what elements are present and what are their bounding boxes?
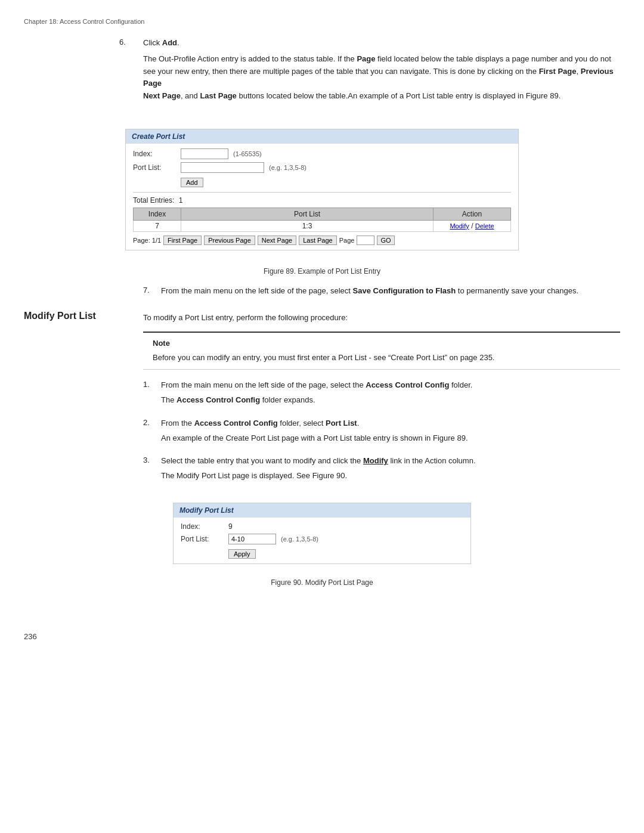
- add-button[interactable]: Add: [181, 178, 203, 187]
- modify-step-1: 1. From the main menu on the left side o…: [143, 379, 620, 409]
- col-portlist: Port List: [181, 208, 434, 220]
- fig89-caption: Figure 89. Example of Port List Entry: [24, 267, 620, 275]
- step-6-page-bold: Page: [357, 54, 375, 63]
- create-port-list-figure: Create Port List Index: (1-65535) Port L…: [125, 129, 519, 250]
- ms3-line2: The Modify Port List page is displayed. …: [161, 471, 347, 480]
- modify-step-2: 2. From the Access Control Config folder…: [143, 417, 620, 447]
- ms2-mid: folder, select: [278, 419, 326, 428]
- ms1-post: folder expands.: [260, 395, 315, 404]
- mod-step-1-content: From the main menu on the left side of t…: [161, 379, 620, 409]
- delete-link[interactable]: Delete: [475, 222, 494, 230]
- note-text: Before you can modify an entry, you must…: [153, 352, 611, 364]
- modify-port-list-title: Modify Port List: [174, 503, 470, 518]
- ms1-line2pre: The: [161, 395, 177, 404]
- step-6-content: Click Add. The Out-Profile Action entry …: [143, 37, 620, 106]
- ms2-end: .: [357, 419, 360, 428]
- step-6-add-bold: Add: [162, 38, 177, 47]
- ms3-pre: Select the table entry that you want to …: [161, 456, 363, 465]
- go-button[interactable]: GO: [377, 236, 394, 245]
- step-7-pre: From the main menu on the left side of t…: [161, 286, 353, 295]
- total-label: Total Entries:: [133, 196, 174, 205]
- step-7-content: From the main menu on the left side of t…: [161, 285, 620, 298]
- col-action: Action: [434, 208, 511, 220]
- step-7-num: 7.: [143, 285, 161, 295]
- prev-page-btn[interactable]: Previous Page: [204, 236, 255, 245]
- mod-step-2-content: From the Access Control Config folder, s…: [161, 417, 620, 447]
- ms3-mid: link in the Action column.: [388, 456, 476, 465]
- section-intro: To modify a Port List entry, perform the…: [143, 309, 620, 324]
- fig90-caption: Figure 90. Modify Port List Page: [24, 578, 620, 587]
- note-title: Note: [153, 337, 611, 350]
- total-value: 1: [179, 196, 183, 205]
- step-6-comma1: ,: [577, 67, 581, 76]
- row-portlist: 1:3: [181, 220, 434, 231]
- portlist-label: Port List:: [133, 163, 181, 172]
- step-6-period: .: [177, 38, 179, 47]
- ms2-bold1: Access Control Config: [194, 419, 278, 428]
- page-footer: 236: [0, 620, 644, 653]
- portlist-input[interactable]: [181, 162, 264, 173]
- modify-link[interactable]: Modify: [450, 222, 469, 230]
- step-6-block: 6. Click Add. The Out-Profile Action ent…: [24, 37, 620, 106]
- ms2-pre: From the: [161, 419, 194, 428]
- modify-steps: 1. From the main menu on the left side o…: [143, 379, 620, 485]
- step-7-bold: Save Configuration to Flash: [353, 286, 456, 295]
- action-sep: /: [469, 222, 475, 230]
- note-box: Note Before you can modify an entry, you…: [143, 332, 620, 370]
- step-6-lastpage: Last Page: [200, 91, 236, 100]
- row-action: Modify / Delete: [434, 220, 511, 231]
- apply-button[interactable]: Apply: [228, 549, 256, 559]
- page-input[interactable]: [357, 236, 374, 245]
- index-hint: (1-65535): [233, 150, 262, 157]
- port-list-table: Index Port List Action 7 1:3 Modify / De…: [133, 208, 511, 232]
- row-index: 7: [134, 220, 181, 231]
- mod-step-3-content: Select the table entry that you want to …: [161, 455, 620, 485]
- mod-portlist-hint: (e.g. 1,3,5-8): [281, 535, 318, 543]
- page-info: Page: 1/1: [133, 237, 161, 244]
- index-input[interactable]: [181, 148, 228, 159]
- ms3-bold1: Modify: [363, 456, 388, 465]
- portlist-hint: (e.g. 1,3,5-8): [269, 164, 306, 171]
- modify-step-3: 3. Select the table entry that you want …: [143, 455, 620, 485]
- ms2-bold2: Port List: [326, 419, 357, 428]
- pagination: Page: 1/1 First Page Previous Page Next …: [133, 236, 511, 245]
- modify-section: Modify Port List To modify a Port List e…: [24, 309, 620, 324]
- ms1-bold2: Access Control Config: [177, 395, 260, 404]
- create-port-list-title: Create Port List: [126, 129, 518, 144]
- chapter-title: Chapter 18: Access Control Configuration: [24, 18, 144, 25]
- mod-portlist-label: Port List:: [181, 535, 228, 543]
- step-7-post: to permanently save your changes.: [456, 286, 578, 295]
- ms2-line2: An example of the Create Port List page …: [161, 433, 468, 442]
- step-6-firstpage: First Page: [539, 67, 577, 76]
- mod-portlist-input[interactable]: [228, 534, 276, 544]
- page-label: Page: [339, 237, 355, 244]
- table-row: 7 1:3 Modify / Delete: [134, 220, 511, 231]
- first-page-btn[interactable]: First Page: [163, 236, 202, 245]
- next-page-btn[interactable]: Next Page: [258, 236, 296, 245]
- index-label: Index:: [133, 150, 181, 158]
- ms1-bold1: Access Control Config: [366, 380, 449, 389]
- mod-step-2-num: 2.: [143, 417, 161, 427]
- mod-step-3-num: 3.: [143, 455, 161, 465]
- col-index: Index: [134, 208, 181, 220]
- section-heading: Modify Port List: [24, 309, 143, 321]
- step-6-and: , and: [181, 91, 200, 100]
- mod-index-label: Index:: [181, 522, 228, 531]
- mod-step-1-num: 1.: [143, 379, 161, 389]
- step-6-para1end: buttons located below the table.An examp…: [237, 91, 561, 100]
- ms1-pre: From the main menu on the left side of t…: [161, 380, 366, 389]
- chapter-header: Chapter 18: Access Control Configuration: [0, 12, 644, 37]
- page-number: 236: [24, 632, 37, 641]
- ms1-mid: folder.: [449, 380, 472, 389]
- last-page-btn[interactable]: Last Page: [299, 236, 337, 245]
- step-6-para1a: The Out-Profile Action entry is added to…: [143, 54, 357, 63]
- step-6-click: Click: [143, 38, 162, 47]
- mod-index-value: 9: [228, 522, 233, 531]
- step-6-num: 6.: [24, 37, 143, 47]
- step-6-nextpage: Next Page: [143, 91, 181, 100]
- modify-port-list-figure: Modify Port List Index: 9 Port List: (e.…: [173, 503, 471, 564]
- step-7-block: 7. From the main menu on the left side o…: [143, 285, 620, 298]
